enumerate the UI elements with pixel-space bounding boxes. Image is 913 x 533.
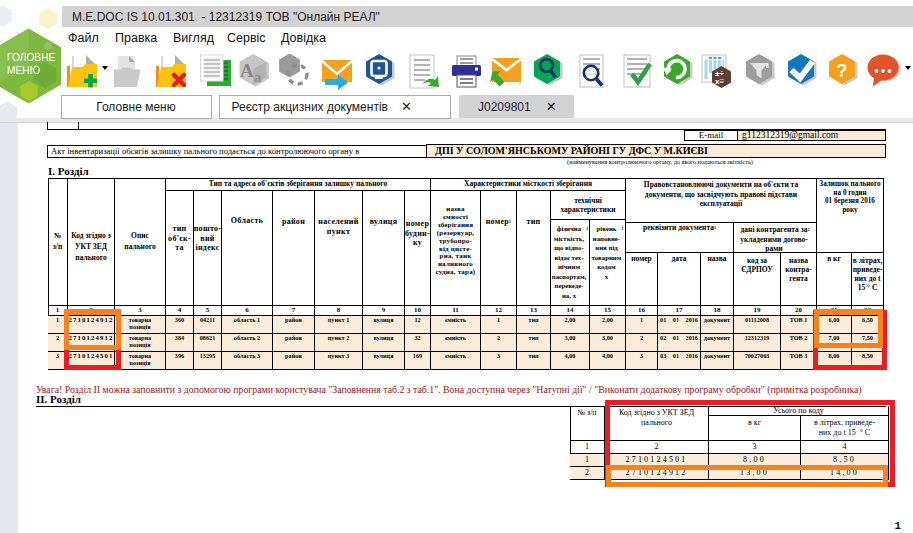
svg-text:a: a <box>254 69 262 85</box>
svg-text:ГОЛОВНЕ: ГОЛОВНЕ <box>7 52 56 63</box>
svg-text:?: ? <box>836 60 848 81</box>
svg-text:МЕНЮ: МЕНЮ <box>7 65 40 76</box>
svg-text:A: A <box>240 60 254 81</box>
svg-text:x≡: x≡ <box>715 77 724 86</box>
